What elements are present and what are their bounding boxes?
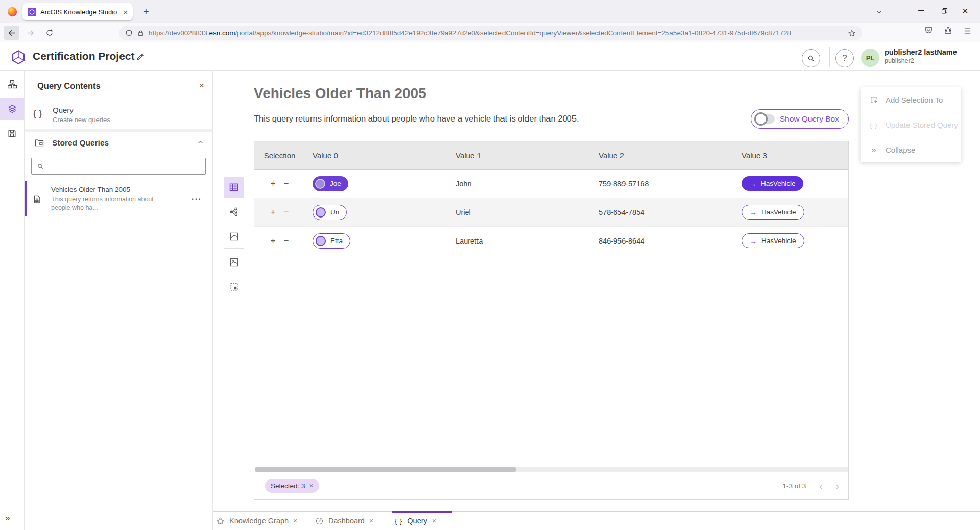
clear-selection-icon[interactable]: × — [309, 481, 314, 490]
add-selection-icon — [869, 95, 879, 104]
header-divider — [829, 47, 830, 67]
url-bar[interactable]: https://dev0028833.esri.com/portal/apps/… — [119, 26, 862, 40]
stored-query-item[interactable]: Vehicles Older Than 2005 This query retu… — [25, 181, 212, 216]
app-logo-icon — [10, 49, 27, 65]
search-button[interactable] — [802, 49, 820, 67]
tab-close-icon[interactable]: × — [432, 517, 436, 525]
menu-item-collapse[interactable]: » Collapse — [861, 137, 961, 162]
add-to-selection-icon[interactable]: + — [271, 179, 276, 188]
page-previous-icon[interactable]: ‹ — [819, 481, 822, 491]
table-row[interactable]: + − Uri Uriel 578-654-7854 → HasVehicle — [254, 198, 848, 227]
braces-icon: { } — [869, 121, 879, 129]
tab-close-icon[interactable]: × — [123, 8, 128, 16]
add-to-selection-icon[interactable]: + — [271, 236, 276, 245]
pagination-label: 1-3 of 3 — [783, 482, 806, 490]
forward-button[interactable] — [22, 26, 38, 40]
column-header[interactable]: Selection — [254, 141, 305, 169]
avatar[interactable]: PL — [861, 49, 879, 67]
tab-query[interactable]: { } Query × — [395, 512, 436, 530]
reload-button[interactable] — [42, 26, 57, 40]
entity-pill[interactable]: Uri — [313, 205, 347, 220]
tab-close-icon[interactable]: × — [369, 517, 373, 525]
braces-icon: { } — [395, 517, 402, 525]
remove-from-selection-icon[interactable]: − — [284, 179, 289, 188]
menu-item-add-selection-to[interactable]: Add Selection To — [861, 87, 961, 112]
column-header[interactable]: Value 3 — [734, 141, 848, 169]
scrollbar-thumb[interactable] — [255, 467, 516, 472]
project-title: Certification Project — [33, 50, 135, 62]
lock-icon[interactable] — [137, 30, 144, 36]
arrow-right-icon: → — [750, 208, 757, 216]
window-restore-button[interactable] — [941, 7, 948, 15]
new-map-icon[interactable] — [224, 251, 244, 273]
left-rail: » — [0, 71, 25, 530]
braces-icon: { } — [33, 109, 42, 118]
bookmark-star-icon[interactable] — [848, 29, 856, 37]
add-to-selection-icon[interactable]: + — [271, 208, 276, 216]
show-query-box-toggle[interactable]: Show Query Box — [751, 109, 849, 129]
toggle-knob[interactable] — [754, 112, 768, 126]
item-options-icon[interactable]: ⋯ — [191, 192, 202, 205]
stored-queries-header[interactable]: Stored Queries — [25, 132, 212, 154]
remove-from-selection-icon[interactable]: − — [284, 208, 289, 216]
expand-rail-icon[interactable]: » — [5, 513, 10, 523]
pagination: 1-3 of 3 ‹ › — [783, 481, 839, 491]
stored-queries-search-input[interactable] — [31, 158, 206, 175]
relationship-pill[interactable]: → HasVehicle — [742, 205, 804, 220]
menu-item-label: Update Stored Query — [886, 121, 958, 129]
pocket-icon[interactable] — [924, 26, 933, 35]
browser-tab-active[interactable]: ArcGIS Knowledge Studio × — [22, 3, 133, 20]
entity-pill[interactable]: Etta — [313, 233, 350, 249]
page-next-icon[interactable]: › — [836, 481, 839, 491]
help-button[interactable]: ? — [835, 49, 854, 67]
back-button[interactable] — [4, 26, 19, 40]
user-info[interactable]: publisher2 lastName publisher2 — [885, 48, 967, 64]
cell-value1: Lauretta — [448, 227, 591, 255]
tab-list-chevron-icon[interactable] — [875, 8, 883, 16]
tab-knowledge-graph[interactable]: Knowledge Graph × — [216, 512, 297, 530]
firefox-logo-icon[interactable] — [7, 6, 18, 17]
horizontal-scrollbar[interactable] — [255, 467, 848, 472]
column-header[interactable]: Value 1 — [448, 141, 591, 169]
selected-count-chip[interactable]: Selected: 3 × — [265, 479, 319, 493]
chevron-up-icon[interactable] — [197, 138, 204, 146]
tab-label: Knowledge Graph — [229, 517, 289, 525]
app-header — [0, 42, 980, 71]
extensions-puzzle-icon[interactable] — [944, 26, 952, 35]
entity-pill-selected[interactable]: Joe — [313, 176, 348, 191]
window-close-button[interactable]: × — [962, 5, 968, 17]
tab-dashboard[interactable]: Dashboard × — [315, 512, 373, 530]
cell-value2: 846-956-8644 — [591, 227, 734, 255]
edit-pencil-icon[interactable] — [136, 52, 145, 61]
column-header[interactable]: Value 2 — [591, 141, 734, 169]
rail-item-data-model-icon[interactable] — [0, 73, 24, 95]
relationship-pill-selected[interactable]: → HasVehicle — [742, 176, 803, 191]
tab-close-icon[interactable]: × — [293, 517, 297, 525]
query-item-subtitle: Create new queries — [53, 116, 110, 124]
selection-tools-icon[interactable] — [224, 276, 244, 297]
remove-from-selection-icon[interactable]: − — [284, 236, 289, 245]
table-row[interactable]: + − Joe John 759-889-57168 → HasVehicle — [254, 170, 848, 198]
new-tab-button[interactable]: + — [143, 6, 149, 18]
rail-item-save-icon[interactable] — [0, 122, 24, 144]
toggle-track[interactable] — [755, 114, 775, 124]
shield-icon[interactable] — [125, 29, 133, 37]
page-description: This query returns information about peo… — [254, 114, 579, 124]
table-row[interactable]: + − Etta Lauretta 846-956-8644 → HasVehi… — [254, 227, 848, 255]
column-header[interactable]: Value 0 — [305, 141, 448, 169]
url-text: https://dev0028833.esri.com/portal/apps/… — [149, 29, 843, 37]
page-title: Vehicles Older Than 2005 — [254, 85, 426, 102]
folder-icon — [34, 137, 44, 148]
table-view-icon[interactable] — [224, 177, 244, 198]
menu-item-label: Add Selection To — [886, 95, 943, 104]
window-minimize-button[interactable]: – — [918, 4, 924, 16]
panel-close-icon[interactable]: × — [199, 81, 204, 91]
relationship-pill[interactable]: → HasVehicle — [742, 233, 804, 248]
panel-header: Query Contents × — [25, 71, 212, 100]
rail-item-contents-icon[interactable] — [0, 98, 24, 120]
map-view-icon[interactable] — [224, 226, 244, 247]
link-chart-icon[interactable] — [224, 201, 244, 223]
new-query-item[interactable]: { } Query Create new queries — [25, 100, 212, 129]
menu-item-update-stored-query[interactable]: { } Update Stored Query — [861, 112, 961, 137]
hamburger-menu-icon[interactable] — [963, 27, 972, 35]
